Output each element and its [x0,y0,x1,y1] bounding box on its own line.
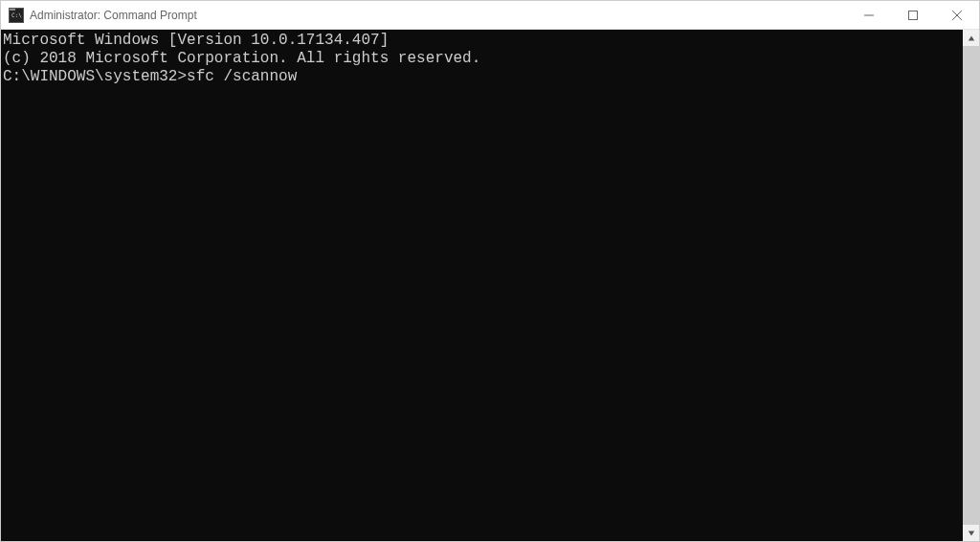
app-icon [9,8,24,23]
chevron-up-icon [968,34,975,42]
terminal-line: Microsoft Windows [Version 10.0.17134.40… [3,32,963,50]
terminal-prompt: C:\WINDOWS\system32> [3,68,187,86]
scroll-up-button[interactable] [963,30,979,46]
svg-marker-4 [968,35,973,40]
terminal-command-line: C:\WINDOWS\system32>sfc /scannow [3,68,963,86]
scroll-down-button[interactable] [963,525,979,541]
svg-marker-5 [968,531,973,535]
command-prompt-window: Administrator: Command Prompt Microsoft … [0,0,980,542]
vertical-scrollbar[interactable] [963,30,979,541]
maximize-icon [908,11,918,20]
maximize-button[interactable] [891,1,935,29]
terminal-command: sfc /scannow [187,68,297,86]
svg-rect-1 [909,11,918,19]
minimize-icon [864,11,874,20]
close-button[interactable] [935,1,979,29]
window-title: Administrator: Command Prompt [30,9,197,22]
close-icon [952,11,962,20]
chevron-down-icon [968,530,975,537]
terminal-output[interactable]: Microsoft Windows [Version 10.0.17134.40… [1,30,963,541]
window-controls [847,1,979,29]
titlebar[interactable]: Administrator: Command Prompt [1,1,979,30]
content-area: Microsoft Windows [Version 10.0.17134.40… [1,30,979,541]
minimize-button[interactable] [847,1,891,29]
terminal-line: (c) 2018 Microsoft Corporation. All righ… [3,50,963,68]
scroll-thumb[interactable] [963,46,979,525]
